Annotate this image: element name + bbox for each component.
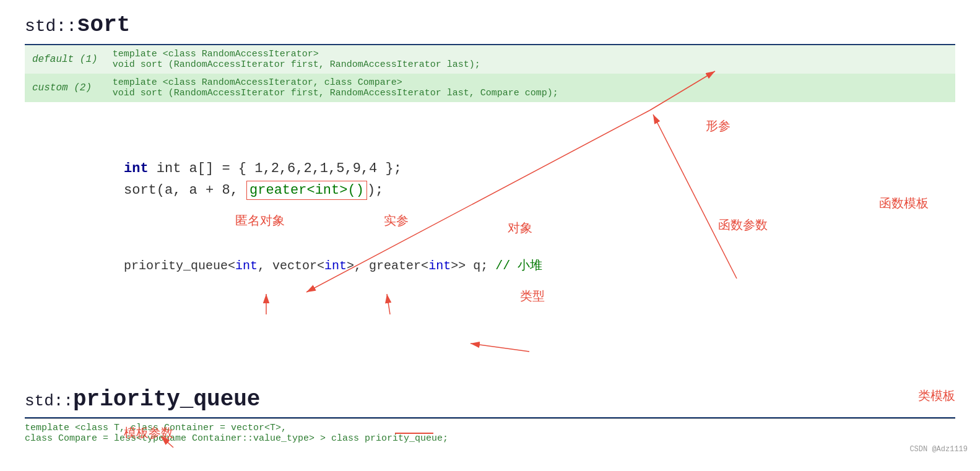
- custom-label: custom (2): [25, 74, 105, 102]
- custom-code: template <class RandomAccessIterator, cl…: [105, 74, 955, 102]
- sort-pre: sort(a, a + 8,: [124, 183, 246, 198]
- annotation-shican: 实参: [384, 212, 409, 229]
- pq-mid1: , vector<: [258, 259, 324, 273]
- pq-int3: int: [428, 259, 451, 273]
- sort-title: sort: [77, 12, 130, 38]
- annotation-xingcan: 形参: [706, 118, 731, 134]
- default-code: template <class RandomAccessIterator> vo…: [105, 45, 955, 74]
- pq-std-prefix: std::: [25, 392, 73, 410]
- pq-int2: int: [324, 259, 347, 273]
- pq-end: >> q;: [451, 259, 495, 273]
- greater-highlight: greater<int>(): [246, 181, 367, 200]
- sort-signatures-table: default (1) template <class RandomAccess…: [25, 45, 955, 102]
- annotation-lei-muban: 类模板: [918, 387, 955, 404]
- custom-row: custom (2) template <class RandomAccessI…: [25, 74, 955, 102]
- pq-int: int: [235, 259, 258, 273]
- page-title: std::sort: [25, 12, 955, 38]
- default-row: default (1) template <class RandomAccess…: [25, 45, 955, 74]
- annotation-duixiang: 对象: [508, 220, 532, 236]
- std-prefix: std::: [25, 17, 77, 36]
- pq-title-main: priority_queue: [73, 387, 260, 412]
- pq-comment: // 小堆: [495, 259, 542, 273]
- array-text: int a[] = { 1,2,6,2,1,5,9,4 };: [157, 161, 402, 176]
- annotation-hanshu-muban: 函数模板: [879, 195, 929, 212]
- annotation-leixing: 类型: [520, 288, 545, 305]
- pq-title: std::priority_queue: [25, 387, 955, 412]
- annotation-niming-duixiang: 匿名对象: [235, 212, 285, 229]
- sort-call: sort(a, a + 8, greater<int>());: [124, 183, 383, 198]
- main-content: int int a[] = { 1,2,6,2,1,5,9,4 }; sort(…: [25, 121, 955, 381]
- pq-mid2: >, greater<: [347, 259, 428, 273]
- annotation-hanshu-canshu: 函数参数: [718, 217, 768, 233]
- annotation-muban-canshu: 模板参数: [124, 425, 173, 441]
- int-keyword: int: [124, 161, 149, 176]
- array-declaration: int int a[] = { 1,2,6,2,1,5,9,4 };: [124, 158, 402, 179]
- priority-queue-example: priority_queue<int, vector<int>, greater…: [124, 257, 542, 274]
- watermark: CSDN @Adz1119: [909, 445, 968, 454]
- default-label: default (1): [25, 45, 105, 74]
- pq-pre: priority_queue<: [124, 259, 235, 273]
- sort-post: );: [367, 183, 383, 198]
